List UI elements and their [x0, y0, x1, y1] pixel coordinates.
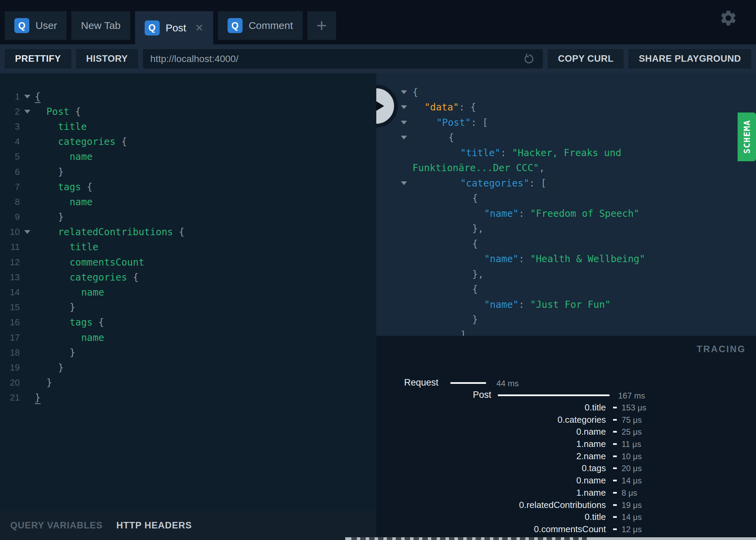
query-badge-icon: Q [145, 20, 160, 35]
tracing-panel: TRACING Request 44 ms Post 167 ms 0.titl… [376, 336, 756, 540]
trace-field-value: 10 μs [622, 452, 642, 461]
code-text: "name": "Health & Wellbeing" [376, 253, 645, 265]
copy-curl-button[interactable]: COPY CURL [548, 49, 624, 69]
line-number: 1 [0, 91, 20, 102]
code-text: { [376, 238, 478, 250]
code-token: title [70, 241, 98, 253]
editor-line: 2Post { [0, 104, 376, 119]
code-token: Post [46, 106, 69, 117]
trace-row-request: Request 44 ms [376, 377, 756, 389]
code-text: tags { [35, 181, 92, 193]
trace-field-label: 2.name [376, 451, 606, 462]
fold-arrow-icon[interactable] [401, 90, 407, 94]
code-text: { [35, 91, 41, 102]
code-text: ] [376, 329, 466, 336]
line-number: 12 [0, 257, 20, 268]
line-number: 8 [0, 197, 20, 207]
code-token: { [412, 87, 418, 98]
http-headers-tab[interactable]: HTTP HEADERS [116, 520, 192, 531]
history-button[interactable]: HISTORY [76, 49, 138, 69]
code-token: { [472, 238, 478, 250]
trace-duration-tick [613, 443, 617, 445]
endpoint-url-input[interactable]: http://localhost:4000/ [143, 49, 543, 69]
code-token: name [81, 332, 104, 343]
trace-field-label: 1.name [376, 439, 606, 449]
fold-arrow-icon[interactable] [401, 105, 407, 109]
line-number: 10 [0, 227, 20, 237]
tab-new-tab[interactable]: New Tab [71, 11, 130, 40]
reset-endpoint-icon[interactable] [523, 53, 535, 65]
strip-marks [351, 537, 587, 540]
tab-label: New Tab [81, 20, 120, 31]
code-token: Funktionäre...Der CCC" [412, 162, 539, 174]
toolbar: PRETTIFY HISTORY http://localhost:4000/ … [0, 44, 756, 73]
line-number: 6 [0, 167, 20, 177]
code-token: } [58, 362, 64, 373]
fold-arrow-icon[interactable] [401, 136, 407, 139]
editor-line: 14name [0, 285, 376, 300]
tab-user[interactable]: QUser [5, 11, 67, 40]
code-text: name [35, 332, 104, 343]
code-text: "title": "Hacker, Freaks und [376, 147, 621, 159]
prettify-button[interactable]: PRETTIFY [5, 49, 71, 69]
code-token: "Just For Fun" [530, 299, 611, 310]
tab-label: Post [166, 22, 186, 34]
fold-arrow-icon[interactable] [20, 110, 35, 114]
settings-gear-icon[interactable] [719, 9, 738, 27]
code-token: { [448, 132, 454, 143]
query-badge-icon: Q [228, 18, 243, 33]
code-token: "Freedom of Speech" [530, 208, 639, 219]
code-token: "name" [484, 299, 519, 310]
code-text: name [35, 287, 104, 298]
trace-field-row: 0.title14 μs [376, 511, 756, 523]
tab-post[interactable]: QPost✕ [135, 11, 213, 44]
editor-line: 20} [0, 375, 376, 390]
trace-duration-tick [613, 528, 617, 530]
plus-icon: + [317, 15, 327, 36]
code-token: { [35, 91, 41, 103]
code-token: title [58, 121, 87, 132]
code-token: tags [58, 181, 81, 193]
code-token: { [127, 272, 139, 283]
tracing-title[interactable]: TRACING [697, 344, 746, 355]
code-token: "data" [424, 102, 459, 113]
code-token: { [81, 181, 92, 193]
line-number: 5 [0, 151, 20, 162]
line-number: 17 [0, 332, 20, 343]
code-token: } [58, 166, 64, 178]
trace-label: Request [376, 377, 438, 388]
editor-line: 13categories { [0, 270, 376, 285]
trace-field-label: 0.categories [376, 415, 606, 425]
editor-line: 21} [0, 390, 376, 405]
query-editor[interactable]: 1{2Post {3title4categories {5name6}7tags… [0, 73, 376, 511]
query-badge-icon: Q [14, 18, 29, 33]
trace-field-label: 0.name [376, 426, 606, 437]
code-token: , [539, 162, 545, 174]
trace-value: 167 ms [618, 391, 645, 401]
trace-duration-tick [613, 492, 617, 494]
share-playground-button[interactable]: SHARE PLAYGROUND [628, 49, 751, 69]
response-line: } [376, 312, 756, 328]
fold-arrow-icon[interactable] [401, 121, 407, 124]
code-token: { [92, 317, 104, 328]
add-tab-button[interactable]: + [307, 11, 336, 40]
trace-field-row: 1.name11 μs [376, 438, 756, 450]
code-token: "Post" [436, 117, 471, 128]
editor-line: 1{ [0, 89, 376, 104]
code-text: name [35, 151, 92, 162]
trace-duration-tick [613, 407, 617, 408]
query-variables-tab[interactable]: QUERY VARIABLES [10, 520, 103, 531]
triangle-down-icon [24, 110, 30, 114]
triangle-down-icon [24, 230, 30, 234]
fold-arrow-icon[interactable] [20, 95, 35, 99]
line-number: 9 [0, 212, 20, 222]
code-token: categories [70, 272, 127, 283]
fold-arrow-icon[interactable] [401, 181, 407, 185]
trace-field-value: 12 μs [622, 525, 642, 534]
trace-field-row: 0.relatedContributions19 μs [376, 499, 756, 511]
code-text: title [35, 241, 98, 253]
close-tab-icon[interactable]: ✕ [195, 22, 204, 34]
tab-comment[interactable]: QComment [218, 11, 303, 40]
trace-field-value: 11 μs [622, 439, 641, 449]
fold-arrow-icon[interactable] [20, 230, 35, 234]
